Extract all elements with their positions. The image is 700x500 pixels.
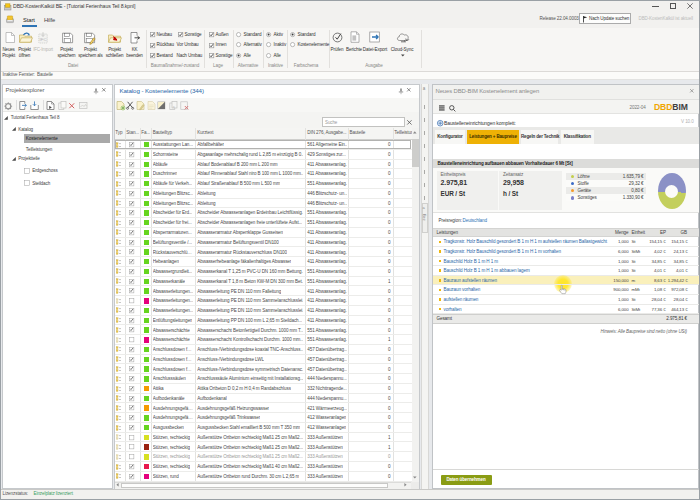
svg-text:IFC: IFC (40, 37, 47, 42)
svg-text:a: a (172, 104, 174, 108)
